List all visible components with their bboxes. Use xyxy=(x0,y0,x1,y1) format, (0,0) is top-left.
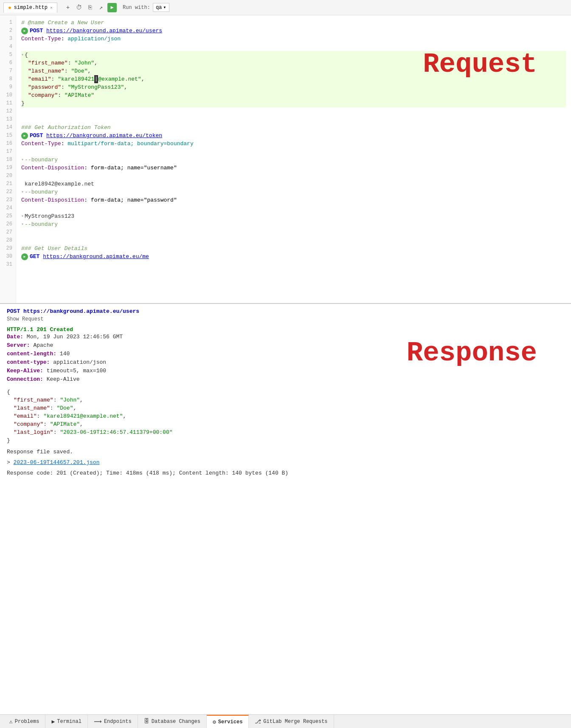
resp-body-email: "email" : "karel89421@example.net" , xyxy=(7,412,564,420)
code-editor[interactable]: # @name Create a New User ▶ POST https:/… xyxy=(16,15,571,303)
response-code-line: Response code: 201 (Created); Time: 418m… xyxy=(7,470,564,476)
statusbar-tab-endpoints[interactable]: ⟿ Endpoints xyxy=(88,715,138,728)
env-value: qa xyxy=(156,5,162,11)
gitlab-icon: ⎇ xyxy=(255,718,261,725)
resp-body-company: "company" : "APIMate" , xyxy=(7,420,564,428)
terminal-icon: ▶ xyxy=(51,718,55,725)
response-url: POST https://bankground.apimate.eu/users xyxy=(7,308,564,315)
statusbar-tab-terminal[interactable]: ▶ Terminal xyxy=(45,715,87,728)
statusbar-tab-gitlab[interactable]: ⎇ GitLab Merge Requests xyxy=(249,715,334,728)
comment-text: # @name Create a New User xyxy=(21,19,104,27)
code-line-6: "first_name" : "John" , xyxy=(21,59,566,67)
code-line-11: } xyxy=(21,99,566,107)
code-line-2: ▶ POST https://bankground.apimate.eu/use… xyxy=(21,27,566,35)
response-file-link-line: > 2023-06-19T144657.201.json xyxy=(7,459,564,466)
code-line-28 xyxy=(21,236,566,245)
code-line-3: Content-Type : application/json xyxy=(21,35,566,43)
resp-body-lastname: "last_name" : "Doe" , xyxy=(7,404,564,412)
statusbar-tab-services[interactable]: ⚙ Services xyxy=(207,715,249,728)
code-line-21: ▾ karel8942@example.net xyxy=(21,180,566,188)
resp-body-firstname: "first_name" : "John" , xyxy=(7,396,564,404)
code-line-29: ### Get User Details xyxy=(21,245,566,253)
code-line-27 xyxy=(21,228,566,236)
file-tab-icon: ● xyxy=(8,5,11,11)
env-selector[interactable]: qa ▾ xyxy=(153,3,169,12)
code-line-30: ▶ GET https://bankground.apimate.eu/me xyxy=(21,253,566,261)
statusbar-tab-db[interactable]: 🗄 Database Changes xyxy=(138,715,207,728)
code-line-19: Content-Disposition : form-data; name="u… xyxy=(21,164,566,172)
fold-icon-5[interactable]: ▾ xyxy=(21,51,24,59)
code-line-20 xyxy=(21,172,566,180)
code-line-12 xyxy=(21,107,566,115)
code-line-18: ▾ --boundary xyxy=(21,156,566,164)
env-chevron-icon: ▾ xyxy=(163,4,166,11)
code-line-23: Content-Disposition : form-data; name="p… xyxy=(21,196,566,204)
response-header-content-type: content-type: application/json xyxy=(7,358,564,367)
code-line-24 xyxy=(21,204,566,212)
editor-area: 12345 678910 1112131415 1617181920 21222… xyxy=(0,15,571,304)
run-arrow-30[interactable]: ▶ xyxy=(21,253,28,260)
file-tab[interactable]: ● simple.http ✕ xyxy=(3,3,57,13)
copy-icon[interactable]: ⎘ xyxy=(85,3,95,12)
file-tab-label: simple.http xyxy=(14,5,48,11)
code-line-16: Content-Type : multipart/form-data; boun… xyxy=(21,140,566,148)
response-file-link[interactable]: 2023-06-19T144657.201.json xyxy=(14,459,100,466)
show-request-button[interactable]: Show Request xyxy=(7,316,564,322)
response-header-content-length: content-length: 140 xyxy=(7,350,564,358)
resp-body-close: } xyxy=(7,436,564,444)
code-line-10: "company" : "APIMate" xyxy=(21,91,566,99)
run-with-label: Run with: xyxy=(123,5,150,11)
fold-icon-25[interactable]: ▾ xyxy=(21,212,24,220)
statusbar-tab-problems-label: Problems xyxy=(15,719,39,725)
problems-icon: ⚠ xyxy=(9,718,13,725)
response-panel: POST https://bankground.apimate.eu/users… xyxy=(0,304,571,714)
code-line-13 xyxy=(21,115,566,124)
code-line-1: # @name Create a New User xyxy=(21,19,566,27)
statusbar-tab-gitlab-label: GitLab Merge Requests xyxy=(263,719,327,725)
statusbar-tab-services-label: Services xyxy=(218,719,243,725)
run-arrow-2[interactable]: ▶ xyxy=(21,28,28,34)
endpoints-icon: ⟿ xyxy=(94,718,102,725)
response-saved-text: Response file saved. xyxy=(7,449,564,455)
resp-body-lastlogin: "last_login" : "2023-06-19T12:46:57.4113… xyxy=(7,428,564,436)
history-icon[interactable]: ⏱ xyxy=(74,3,84,12)
tab-close-icon[interactable]: ✕ xyxy=(50,5,53,10)
code-line-5: ▾ { xyxy=(21,51,566,59)
code-line-4 xyxy=(21,43,566,51)
code-line-25: ▾ MyStrongPass123 xyxy=(21,212,566,220)
code-line-22: ▾ --boundary xyxy=(21,188,566,196)
toolbar: ● simple.http ✕ + ⏱ ⎘ ↗ ▶ Run with: qa ▾ xyxy=(0,0,571,15)
statusbar-tab-db-label: Database Changes xyxy=(152,719,200,725)
services-icon: ⚙ xyxy=(213,719,216,725)
code-line-14: ### Get Authorization Token xyxy=(21,124,566,132)
response-header-date: Date: Mon, 19 Jun 2023 12:46:56 GMT xyxy=(7,333,564,341)
statusbar-tab-problems[interactable]: ⚠ Problems xyxy=(3,715,45,728)
resp-body-open: { xyxy=(7,388,564,396)
response-status: HTTP/1.1 201 Created xyxy=(7,326,564,333)
run-arrow-15[interactable]: ▶ xyxy=(21,132,28,139)
statusbar-tab-terminal-label: Terminal xyxy=(57,719,82,725)
code-line-9: "password" : "MyStrongPass123" , xyxy=(21,83,566,91)
code-line-26: ▾ --boundary xyxy=(21,220,566,228)
line-numbers: 12345 678910 1112131415 1617181920 21222… xyxy=(0,15,16,303)
fold-icon-22[interactable]: ▾ xyxy=(21,188,24,196)
code-line-31 xyxy=(21,261,566,269)
code-line-7: "last_name" : "Doe" , xyxy=(21,67,566,75)
response-header-server: Server: Apache xyxy=(7,341,564,350)
run-button[interactable]: ▶ xyxy=(107,3,117,12)
code-line-8: "email" : "karel89421|@example.net" , xyxy=(21,75,566,83)
response-body: { "first_name" : "John" , "last_name" : … xyxy=(7,388,564,444)
db-icon: 🗄 xyxy=(144,718,149,725)
code-line-17 xyxy=(21,148,566,156)
response-header-keepalive: Keep-Alive: timeout=5, max=100 xyxy=(7,367,564,375)
fold-icon-18[interactable]: ▾ xyxy=(21,156,24,164)
fold-icon-26[interactable]: ▾ xyxy=(21,220,24,228)
statusbar-tab-endpoints-label: Endpoints xyxy=(104,719,132,725)
add-icon[interactable]: + xyxy=(63,3,73,12)
toolbar-actions: + ⏱ ⎘ ↗ ▶ xyxy=(63,3,117,12)
statusbar: ⚠ Problems ▶ Terminal ⟿ Endpoints 🗄 Data… xyxy=(0,714,571,728)
share-icon[interactable]: ↗ xyxy=(96,3,106,12)
response-header-connection: Connection: Keep-Alive xyxy=(7,375,564,384)
code-line-15: ▶ POST https://bankground.apimate.eu/tok… xyxy=(21,132,566,140)
run-play-icon: ▶ xyxy=(110,4,113,11)
